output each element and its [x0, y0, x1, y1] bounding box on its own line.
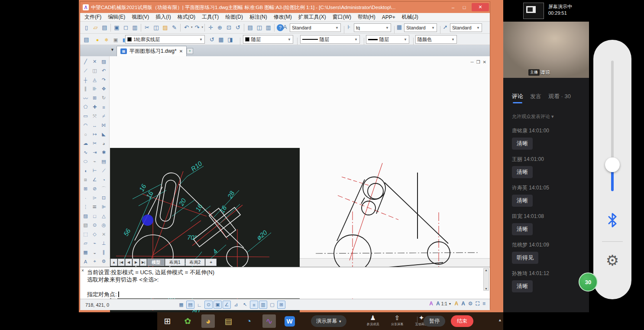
scroll-down-icon[interactable]: ▼	[485, 287, 488, 290]
cycling-toggle[interactable]: ▢	[268, 301, 276, 309]
tolerance-tool[interactable]: ⊡	[99, 193, 108, 202]
layout-nav-button[interactable]: ▶	[133, 259, 139, 266]
mleader-style-combo[interactable]: Standard▼	[450, 23, 482, 32]
menu-item[interactable]: 机械(J)	[402, 13, 418, 21]
status-menu-icon[interactable]: ≡	[482, 301, 485, 307]
bluetooth-icon[interactable]	[606, 212, 618, 228]
linetype-combo[interactable]: 随层▼	[300, 35, 360, 44]
menu-item[interactable]: 帮助(H)	[358, 13, 375, 21]
share-thumbnail[interactable]	[523, 3, 544, 19]
menu-item[interactable]: 插入(I)	[155, 13, 171, 21]
osnap-intersection-tool[interactable]: ⨯	[99, 230, 108, 239]
command-close-icon[interactable]: ×	[81, 268, 84, 273]
annotation-find-icon[interactable]: A	[429, 301, 433, 307]
scroll-up-icon[interactable]: ▲	[485, 269, 488, 272]
mtext-tool[interactable]: A	[81, 257, 90, 266]
zwcad-app[interactable]: ∿	[262, 314, 276, 328]
make-block-tool[interactable]: ⊞	[81, 184, 90, 193]
annotation-autoscale-icon[interactable]: A	[461, 301, 465, 307]
join-tool[interactable]: ⨝	[99, 121, 108, 130]
layout-tab-布局2[interactable]: 布局2	[185, 259, 205, 266]
volume-slider-thumb[interactable]	[605, 157, 620, 172]
dim-radius-tool[interactable]: ◔	[99, 175, 108, 184]
360-safe-app[interactable]: ✿	[181, 314, 194, 328]
qleader-tool[interactable]: ⌲	[90, 193, 99, 202]
offset-tool[interactable]: ⊪	[90, 84, 99, 93]
annotation-monitor-toggle[interactable]: ⊞	[277, 301, 285, 309]
break-at-point-tool[interactable]: ⌁	[90, 157, 99, 166]
lengthen-tool[interactable]: ↦	[90, 130, 99, 139]
start-button[interactable]: ⊞	[161, 314, 174, 328]
dim-linear-tool[interactable]: ⊢	[90, 166, 99, 175]
minimize-button[interactable]: –	[447, 3, 459, 11]
zoom-previous-icon[interactable]: ↺	[233, 23, 243, 32]
insert-block-tool[interactable]: ⧈	[81, 175, 90, 184]
doc-restore-icon[interactable]: ❐	[476, 60, 480, 64]
ortho-toggle[interactable]: ∟	[195, 301, 204, 309]
layer-previous-icon[interactable]: ↺	[207, 35, 217, 44]
line-tool[interactable]: ╱	[81, 57, 90, 66]
point-tool[interactable]: ·	[81, 193, 90, 202]
properties-palette-icon[interactable]: ▤	[246, 23, 255, 32]
polyline-tool[interactable]: 〰	[81, 93, 90, 103]
move-up-tool[interactable]: ✥	[99, 84, 108, 93]
menu-item[interactable]: 窗口(W)	[333, 13, 351, 21]
layout-nav-button[interactable]: ▲	[110, 259, 117, 266]
layout-nav-button[interactable]: ◀	[125, 259, 132, 266]
share-screen-button[interactable]: ⇧分享屏幕	[388, 314, 406, 327]
divide-tool[interactable]: ⋮	[81, 202, 90, 211]
rectangle-tool[interactable]: ▭	[81, 112, 90, 121]
osnap-tangent-tool[interactable]: ◒	[90, 248, 99, 257]
osnap-parallel-tool[interactable]: ∥	[99, 248, 108, 257]
menu-item[interactable]: 修改(M)	[274, 13, 292, 21]
sheet-set-icon[interactable]: ▥	[264, 23, 273, 32]
panel-tab[interactable]: 观看 · 30	[548, 93, 571, 103]
annotation-scale-icon[interactable]: A	[436, 301, 440, 307]
cut-icon[interactable]: ✂	[142, 23, 152, 32]
scale-tool[interactable]: ⤧	[90, 112, 99, 121]
tab-list-dropdown-icon[interactable]: ▼	[110, 48, 114, 52]
ellipse-tool[interactable]: ⬭	[81, 157, 90, 166]
paste-icon[interactable]: ▨	[161, 23, 170, 32]
menu-item[interactable]: 工具(T)	[202, 13, 219, 21]
tab-close-icon[interactable]: ✕	[179, 49, 183, 54]
layer-on-bulb-icon[interactable]: ●	[93, 35, 102, 44]
osnap-quadrant-tool[interactable]: ◇	[90, 230, 99, 239]
browser-app[interactable]: ◔	[242, 314, 256, 328]
osnap-extension-tool[interactable]: ⌁	[90, 239, 99, 248]
workspace-gear-icon[interactable]: ⚙	[468, 301, 473, 307]
copy-tool[interactable]: ◫	[90, 66, 99, 75]
spline-tool[interactable]: ∿	[81, 148, 90, 157]
extend-tool[interactable]: ⇥	[90, 148, 99, 157]
lineweight-combo[interactable]: 随层▼	[366, 35, 409, 44]
layout-tab-模型[interactable]: 模型	[147, 259, 165, 266]
settings-gear-icon[interactable]: ⚙	[593, 252, 631, 269]
osnap-node-tool[interactable]: ◎	[99, 221, 108, 230]
revcloud-tool[interactable]: ☁	[81, 139, 90, 148]
stretch-tool[interactable]: ↔	[90, 121, 99, 130]
title-bar[interactable]: Λ 中望CAD机械版2021试用版（功能有限）| 平面图形练习1.dwg主图幅 …	[80, 2, 490, 13]
dim-diameter-tool[interactable]: ⊘	[90, 184, 99, 193]
doc-minimize-icon[interactable]: ─	[471, 60, 474, 64]
open-file-icon[interactable]: ▱	[91, 23, 100, 32]
layout-tab-布局1[interactable]: 布局1	[165, 259, 185, 266]
zoom-realtime-icon[interactable]: ⊕	[215, 23, 224, 32]
menu-item[interactable]: APP+	[382, 14, 395, 20]
explode-tool[interactable]: ✱	[99, 148, 108, 157]
layer-freeze-icon[interactable]: ❄	[102, 35, 111, 45]
polygon-tool[interactable]: ⬠	[81, 103, 90, 112]
ellipse-arc-tool[interactable]: ◖	[81, 166, 90, 175]
osnap-perpendicular-tool[interactable]: ⊥	[99, 239, 108, 248]
multiline-tool[interactable]: ∥	[81, 84, 90, 93]
menu-item[interactable]: 扩展工具(X)	[298, 13, 326, 21]
allow-comments-setting[interactable]: 允许观众发表评论 ▾	[512, 113, 554, 120]
layout-tab-+[interactable]: +	[205, 259, 217, 266]
table-style-combo[interactable]: Standard▼	[404, 23, 437, 32]
polar-toggle[interactable]: ⊙	[204, 301, 213, 309]
publish-icon[interactable]: ▥	[130, 23, 139, 32]
redo-icon-dropdown[interactable]: ▾	[202, 26, 204, 29]
region-tool[interactable]: ▱	[81, 239, 90, 248]
transparency-toggle[interactable]: ▥	[259, 301, 267, 309]
host-video-preview[interactable]: 主播 谭琼	[503, 22, 589, 78]
save-file-icon[interactable]: ▤	[100, 23, 109, 32]
